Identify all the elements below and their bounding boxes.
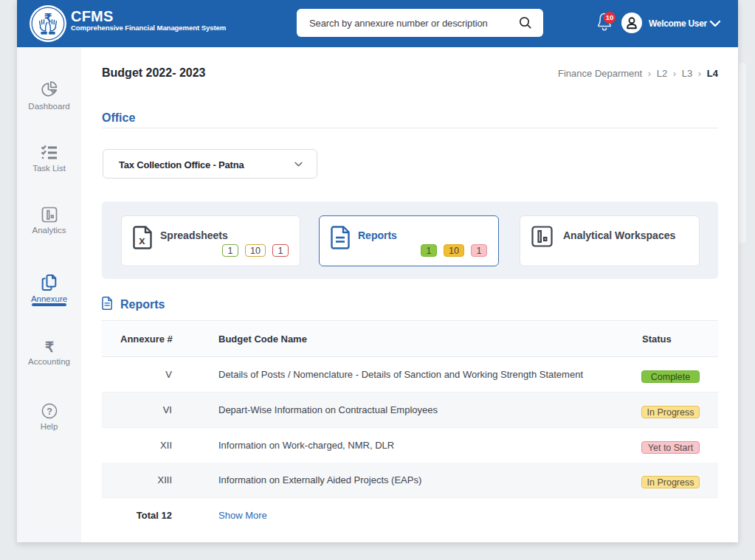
svg-text:x: x — [139, 234, 145, 246]
svg-text:₹: ₹ — [44, 339, 53, 354]
svg-text:?: ? — [46, 407, 52, 417]
svg-text:₹: ₹ — [44, 12, 52, 24]
